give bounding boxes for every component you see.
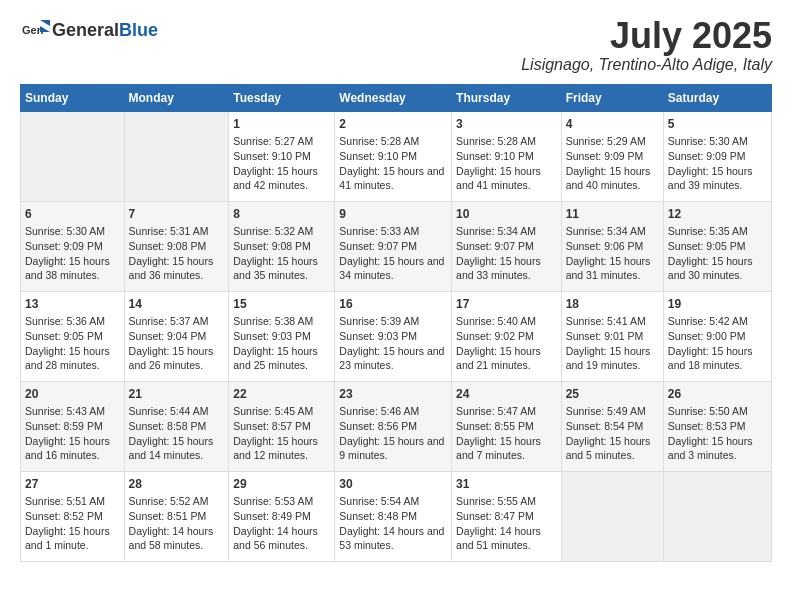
day-info: Sunrise: 5:30 AMSunset: 9:09 PMDaylight:… [668, 135, 753, 191]
calendar-cell: 28Sunrise: 5:52 AMSunset: 8:51 PMDayligh… [124, 471, 229, 561]
day-number: 25 [566, 386, 659, 403]
header-day-wednesday: Wednesday [335, 84, 452, 111]
day-info: Sunrise: 5:44 AMSunset: 8:58 PMDaylight:… [129, 405, 214, 461]
day-info: Sunrise: 5:30 AMSunset: 9:09 PMDaylight:… [25, 225, 110, 281]
calendar-cell: 18Sunrise: 5:41 AMSunset: 9:01 PMDayligh… [561, 291, 663, 381]
day-number: 12 [668, 206, 767, 223]
calendar-cell: 5Sunrise: 5:30 AMSunset: 9:09 PMDaylight… [663, 111, 771, 201]
logo: Gen GeneralBlue [20, 16, 158, 44]
day-info: Sunrise: 5:36 AMSunset: 9:05 PMDaylight:… [25, 315, 110, 371]
day-number: 30 [339, 476, 447, 493]
day-number: 29 [233, 476, 330, 493]
day-number: 26 [668, 386, 767, 403]
day-info: Sunrise: 5:34 AMSunset: 9:06 PMDaylight:… [566, 225, 651, 281]
calendar-cell: 19Sunrise: 5:42 AMSunset: 9:00 PMDayligh… [663, 291, 771, 381]
calendar-cell: 21Sunrise: 5:44 AMSunset: 8:58 PMDayligh… [124, 381, 229, 471]
day-number: 10 [456, 206, 557, 223]
day-info: Sunrise: 5:55 AMSunset: 8:47 PMDaylight:… [456, 495, 541, 551]
calendar-cell: 10Sunrise: 5:34 AMSunset: 9:07 PMDayligh… [452, 201, 562, 291]
week-row-2: 6Sunrise: 5:30 AMSunset: 9:09 PMDaylight… [21, 201, 772, 291]
day-number: 24 [456, 386, 557, 403]
calendar-cell: 24Sunrise: 5:47 AMSunset: 8:55 PMDayligh… [452, 381, 562, 471]
day-number: 16 [339, 296, 447, 313]
day-info: Sunrise: 5:51 AMSunset: 8:52 PMDaylight:… [25, 495, 110, 551]
day-number: 6 [25, 206, 120, 223]
day-number: 28 [129, 476, 225, 493]
calendar-body: 1Sunrise: 5:27 AMSunset: 9:10 PMDaylight… [21, 111, 772, 561]
day-info: Sunrise: 5:45 AMSunset: 8:57 PMDaylight:… [233, 405, 318, 461]
calendar-cell: 23Sunrise: 5:46 AMSunset: 8:56 PMDayligh… [335, 381, 452, 471]
day-info: Sunrise: 5:32 AMSunset: 9:08 PMDaylight:… [233, 225, 318, 281]
day-number: 18 [566, 296, 659, 313]
day-info: Sunrise: 5:29 AMSunset: 9:09 PMDaylight:… [566, 135, 651, 191]
logo-blue: Blue [119, 20, 158, 40]
month-title: July 2025 [521, 16, 772, 56]
day-info: Sunrise: 5:43 AMSunset: 8:59 PMDaylight:… [25, 405, 110, 461]
day-number: 23 [339, 386, 447, 403]
day-info: Sunrise: 5:33 AMSunset: 9:07 PMDaylight:… [339, 225, 444, 281]
logo-general: General [52, 20, 119, 40]
day-info: Sunrise: 5:50 AMSunset: 8:53 PMDaylight:… [668, 405, 753, 461]
day-number: 27 [25, 476, 120, 493]
calendar-cell [663, 471, 771, 561]
day-number: 8 [233, 206, 330, 223]
day-info: Sunrise: 5:53 AMSunset: 8:49 PMDaylight:… [233, 495, 318, 551]
calendar-cell [561, 471, 663, 561]
day-info: Sunrise: 5:37 AMSunset: 9:04 PMDaylight:… [129, 315, 214, 371]
day-number: 20 [25, 386, 120, 403]
day-number: 13 [25, 296, 120, 313]
day-info: Sunrise: 5:27 AMSunset: 9:10 PMDaylight:… [233, 135, 318, 191]
day-info: Sunrise: 5:38 AMSunset: 9:03 PMDaylight:… [233, 315, 318, 371]
calendar-cell: 13Sunrise: 5:36 AMSunset: 9:05 PMDayligh… [21, 291, 125, 381]
day-info: Sunrise: 5:39 AMSunset: 9:03 PMDaylight:… [339, 315, 444, 371]
calendar-cell: 25Sunrise: 5:49 AMSunset: 8:54 PMDayligh… [561, 381, 663, 471]
day-number: 21 [129, 386, 225, 403]
calendar-cell: 15Sunrise: 5:38 AMSunset: 9:03 PMDayligh… [229, 291, 335, 381]
week-row-3: 13Sunrise: 5:36 AMSunset: 9:05 PMDayligh… [21, 291, 772, 381]
calendar-cell: 30Sunrise: 5:54 AMSunset: 8:48 PMDayligh… [335, 471, 452, 561]
header-day-tuesday: Tuesday [229, 84, 335, 111]
day-info: Sunrise: 5:28 AMSunset: 9:10 PMDaylight:… [456, 135, 541, 191]
header-day-saturday: Saturday [663, 84, 771, 111]
day-info: Sunrise: 5:49 AMSunset: 8:54 PMDaylight:… [566, 405, 651, 461]
calendar-cell: 1Sunrise: 5:27 AMSunset: 9:10 PMDaylight… [229, 111, 335, 201]
day-info: Sunrise: 5:42 AMSunset: 9:00 PMDaylight:… [668, 315, 753, 371]
day-number: 19 [668, 296, 767, 313]
day-info: Sunrise: 5:46 AMSunset: 8:56 PMDaylight:… [339, 405, 444, 461]
header-day-friday: Friday [561, 84, 663, 111]
day-number: 17 [456, 296, 557, 313]
day-number: 9 [339, 206, 447, 223]
day-number: 22 [233, 386, 330, 403]
calendar-cell: 6Sunrise: 5:30 AMSunset: 9:09 PMDaylight… [21, 201, 125, 291]
calendar-header: SundayMondayTuesdayWednesdayThursdayFrid… [21, 84, 772, 111]
calendar-cell: 7Sunrise: 5:31 AMSunset: 9:08 PMDaylight… [124, 201, 229, 291]
calendar-cell: 16Sunrise: 5:39 AMSunset: 9:03 PMDayligh… [335, 291, 452, 381]
calendar-cell [21, 111, 125, 201]
day-number: 5 [668, 116, 767, 133]
day-info: Sunrise: 5:31 AMSunset: 9:08 PMDaylight:… [129, 225, 214, 281]
calendar-cell: 20Sunrise: 5:43 AMSunset: 8:59 PMDayligh… [21, 381, 125, 471]
title-block: July 2025 Lisignago, Trentino-Alto Adige… [521, 16, 772, 74]
logo-icon: Gen [22, 16, 50, 44]
calendar-cell: 27Sunrise: 5:51 AMSunset: 8:52 PMDayligh… [21, 471, 125, 561]
calendar-cell: 29Sunrise: 5:53 AMSunset: 8:49 PMDayligh… [229, 471, 335, 561]
calendar-cell: 2Sunrise: 5:28 AMSunset: 9:10 PMDaylight… [335, 111, 452, 201]
page-header: Gen GeneralBlue July 2025 Lisignago, Tre… [20, 16, 772, 74]
location-title: Lisignago, Trentino-Alto Adige, Italy [521, 56, 772, 74]
day-number: 15 [233, 296, 330, 313]
calendar-cell: 4Sunrise: 5:29 AMSunset: 9:09 PMDaylight… [561, 111, 663, 201]
day-info: Sunrise: 5:47 AMSunset: 8:55 PMDaylight:… [456, 405, 541, 461]
day-number: 31 [456, 476, 557, 493]
calendar-table: SundayMondayTuesdayWednesdayThursdayFrid… [20, 84, 772, 562]
calendar-cell: 3Sunrise: 5:28 AMSunset: 9:10 PMDaylight… [452, 111, 562, 201]
week-row-4: 20Sunrise: 5:43 AMSunset: 8:59 PMDayligh… [21, 381, 772, 471]
calendar-cell: 31Sunrise: 5:55 AMSunset: 8:47 PMDayligh… [452, 471, 562, 561]
calendar-cell: 8Sunrise: 5:32 AMSunset: 9:08 PMDaylight… [229, 201, 335, 291]
week-row-5: 27Sunrise: 5:51 AMSunset: 8:52 PMDayligh… [21, 471, 772, 561]
day-info: Sunrise: 5:34 AMSunset: 9:07 PMDaylight:… [456, 225, 541, 281]
day-info: Sunrise: 5:52 AMSunset: 8:51 PMDaylight:… [129, 495, 214, 551]
day-number: 11 [566, 206, 659, 223]
day-info: Sunrise: 5:40 AMSunset: 9:02 PMDaylight:… [456, 315, 541, 371]
calendar-cell: 26Sunrise: 5:50 AMSunset: 8:53 PMDayligh… [663, 381, 771, 471]
header-day-thursday: Thursday [452, 84, 562, 111]
